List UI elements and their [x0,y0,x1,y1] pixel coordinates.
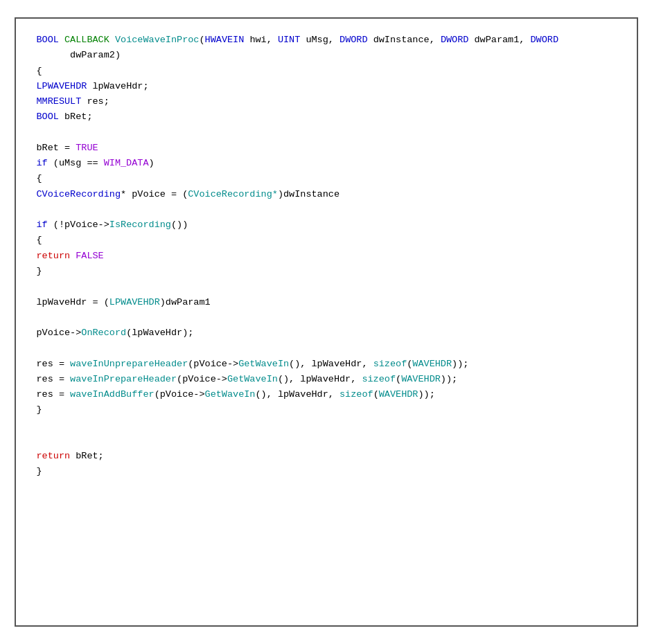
line-18: lpWaveHdr = (LPWAVEHDR)dwParam1 [37,295,616,310]
line-19 [37,310,616,325]
code-block: BOOL CALLBACK VoiceWaveInProc(HWAVEIN hw… [15,17,638,627]
line-8: bRet = TRUE [37,141,616,156]
line-1: BOOL CALLBACK VoiceWaveInProc(HWAVEIN hw… [37,33,616,48]
line-3: { [37,64,616,79]
line-17 [37,279,616,294]
line-27 [37,433,616,449]
line-22: res = waveInUnprepareHeader(pVoice->GetW… [37,357,616,372]
line-23: res = waveInPrepareHeader(pVoice->GetWav… [37,372,616,387]
line-7 [37,125,616,141]
line-24: res = waveInAddBuffer(pVoice->GetWaveIn(… [37,387,616,402]
line-26 [37,418,616,433]
line-16: } [37,264,616,279]
line-15: return FALSE [37,249,616,264]
line-28: return bRet; [37,449,616,464]
line-4: LPWAVEHDR lpWaveHdr; [37,79,616,94]
line-14: { [37,233,616,248]
line-11: CVoiceRecording* pVoice = (CVoiceRecordi… [37,187,616,202]
line-21 [37,341,616,356]
line-12 [37,202,616,217]
line-29: } [37,464,616,479]
line-10: { [37,171,616,186]
line-25: } [37,402,616,418]
line-13: if (!pVoice->IsRecording()) [37,217,616,233]
line-20: pVoice->OnRecord(lpWaveHdr); [37,325,616,341]
line-9: if (uMsg == WIM_DATA) [37,156,616,171]
line-2: dwParam2) [37,48,616,63]
line-5: MMRESULT res; [37,94,616,109]
line-6: BOOL bRet; [37,109,616,125]
